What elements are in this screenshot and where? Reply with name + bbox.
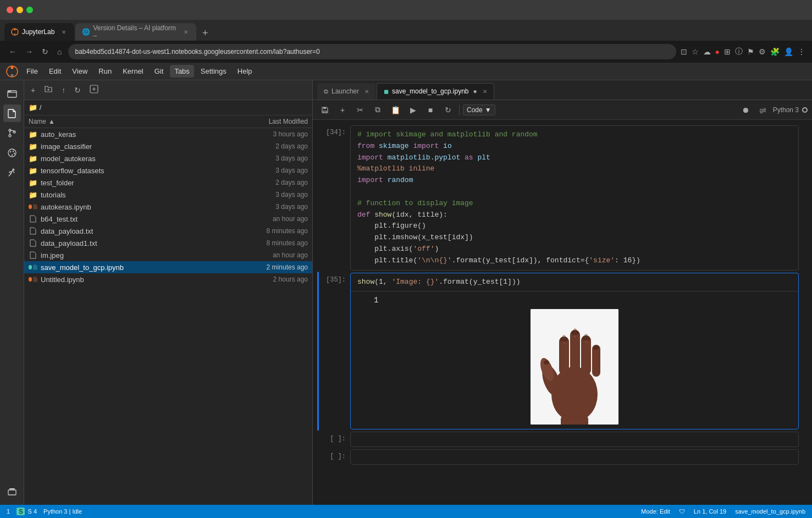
notebook-orange-icon	[29, 202, 37, 211]
menu-kernel[interactable]: Kernel	[118, 65, 148, 78]
file-icon	[29, 251, 37, 260]
cell-34-input[interactable]: # import skimage and matplotlib and rand…	[350, 125, 799, 271]
fb-item-name: tutorials	[41, 191, 236, 199]
ext5-icon[interactable]: ⚑	[747, 47, 754, 56]
browser-tab-1-close[interactable]: ✕	[60, 28, 68, 36]
ext7-icon[interactable]: 🧩	[770, 47, 780, 56]
fb-item-b64[interactable]: b64_test.txt an hour ago	[24, 213, 312, 225]
profile-icon[interactable]: 👤	[784, 47, 793, 56]
browser-tab-2-close[interactable]: ✕	[182, 28, 190, 36]
svg-rect-18	[323, 111, 327, 113]
menu-view[interactable]: View	[68, 65, 92, 78]
home-button[interactable]: ⌂	[55, 45, 64, 58]
status-number: 1	[7, 508, 10, 515]
ext2-icon[interactable]: ●	[715, 47, 720, 56]
reload-button[interactable]: ↻	[40, 45, 51, 58]
sidebar-icon-folder[interactable]	[3, 85, 21, 102]
fb-new-file[interactable]: +	[29, 84, 37, 97]
cut-tool[interactable]: ✂	[352, 103, 368, 117]
sidebar-icon-files[interactable]	[3, 104, 21, 122]
cell-34-code[interactable]: # import skimage and matplotlib and rand…	[351, 126, 798, 270]
nb-tab-notebook[interactable]: ◼ save_model_to_gcp.ipynb ● ✕	[377, 83, 494, 100]
forward-button[interactable]: →	[23, 45, 35, 58]
maximize-button[interactable]	[26, 7, 33, 13]
close-button[interactable]	[7, 7, 13, 13]
fb-item-image-classifier[interactable]: 📁 image_classifier 2 days ago	[24, 140, 312, 152]
fb-header: Name ▲ Last Modified	[24, 115, 312, 128]
sidebar-icon-palette[interactable]	[3, 144, 21, 162]
fb-item-test-folder[interactable]: 📁 test_folder 2 days ago	[24, 177, 312, 189]
cell-35-input[interactable]: show(1, 'Image: {}'.format(y_test[1])) 1	[350, 273, 799, 430]
folder-icon: 📁	[29, 178, 37, 187]
menu-icon[interactable]: ⋮	[798, 47, 805, 56]
fb-item-model-autokeras[interactable]: 📁 model_autokeras 3 days ago	[24, 152, 312, 164]
nb-tab-notebook-label: save_model_to_gcp.ipynb	[392, 87, 468, 95]
svg-point-4	[11, 66, 14, 69]
fb-item-auto-keras[interactable]: 📁 auto_keras 3 hours ago	[24, 128, 312, 140]
bookmark-icon[interactable]: ☆	[692, 47, 699, 56]
fb-git-browse[interactable]	[87, 82, 101, 97]
fb-item-tutorials[interactable]: 📁 tutorials 3 days ago	[24, 189, 312, 201]
add-cell-tool[interactable]: +	[335, 103, 350, 117]
fb-item-tensorflow[interactable]: 📁 tensorflow_datasets 3 days ago	[24, 164, 312, 177]
ext4-icon[interactable]: ⓘ	[735, 47, 743, 57]
menu-settings[interactable]: Settings	[196, 65, 231, 78]
fb-item-modified: 3 days ago	[236, 155, 308, 162]
menu-git[interactable]: Git	[150, 65, 168, 78]
fb-item-modified: 2 minutes ago	[236, 263, 308, 271]
svg-point-12	[12, 151, 13, 152]
fb-item-name: model_autokeras	[41, 155, 236, 163]
nb-content: [34]: # import skimage and matplotlib an…	[313, 120, 812, 505]
monitor-icon[interactable]: ⊡	[681, 47, 687, 56]
ext1-icon[interactable]: ☁	[703, 47, 711, 56]
git-tool[interactable]: git	[755, 103, 771, 117]
menu-edit[interactable]: Edit	[45, 65, 65, 78]
fb-new-folder[interactable]	[42, 82, 55, 97]
menu-tabs[interactable]: Tabs	[170, 65, 194, 78]
sidebar-icon-layers[interactable]	[3, 483, 21, 500]
cell-empty-2-input[interactable]	[350, 449, 799, 465]
nb-tab-notebook-close[interactable]: ✕	[483, 89, 487, 95]
browser-tab-1[interactable]: JupyterLab ✕	[4, 23, 74, 41]
code-line: import matplotlib.pyplot as plt	[357, 152, 792, 164]
fb-item-save-model[interactable]: save_model_to_gcp.ipynb 2 minutes ago	[24, 261, 312, 273]
cell-35-wrapper: [35]: show(1, 'Image: {}'.format(y_test[…	[313, 272, 812, 431]
nb-tab-launcher-close[interactable]: ✕	[364, 89, 369, 95]
sidebar-icon-tools[interactable]	[3, 164, 21, 181]
fb-item-data-payload1[interactable]: data_payload1.txt 8 minutes ago	[24, 237, 312, 249]
back-button[interactable]: ←	[7, 45, 19, 58]
cell-empty-1-wrapper: [ ]:	[313, 431, 812, 448]
new-tab-button[interactable]: +	[197, 25, 213, 41]
fb-item-autokeras[interactable]: autokeras.ipynb 3 days ago	[24, 201, 312, 213]
fb-item-name: data_payload.txt	[41, 227, 236, 235]
fb-item-im[interactable]: im.jpeg an hour ago	[24, 249, 312, 261]
record-tool[interactable]: ⏺	[738, 103, 753, 117]
save-tool[interactable]	[317, 103, 333, 117]
sidebar-icon-git[interactable]	[3, 124, 21, 142]
minimize-button[interactable]	[16, 7, 23, 13]
fb-item-untitled[interactable]: Untitled.ipynb 2 hours ago	[24, 273, 312, 285]
cell-type-selector[interactable]: Code ▼	[463, 104, 495, 115]
cell-35-code[interactable]: show(1, 'Image: {}'.format(y_test[1]))	[351, 273, 798, 291]
launcher-icon: ⧉	[324, 88, 328, 95]
interrupt-tool[interactable]: ■	[423, 103, 438, 117]
cell-empty-1-input[interactable]	[350, 432, 799, 447]
menu-run[interactable]: Run	[94, 65, 116, 78]
url-bar[interactable]: bab4ebd5cd14874-dot-us-west1.notebooks.g…	[68, 44, 676, 59]
fb-item-data-payload[interactable]: data_payload.txt 8 minutes ago	[24, 225, 312, 237]
ext6-icon[interactable]: ⚙	[759, 47, 766, 56]
paste-tool[interactable]: 📋	[388, 103, 403, 117]
copy-tool[interactable]: ⧉	[370, 103, 385, 117]
fb-upload[interactable]: ↑	[59, 84, 68, 97]
fb-header-name[interactable]: Name ▲	[29, 118, 236, 125]
menu-help[interactable]: Help	[233, 65, 257, 78]
run-tool[interactable]: ▶	[405, 103, 421, 117]
cell-empty-2-wrapper: [ ]:	[313, 448, 812, 466]
fb-refresh[interactable]: ↻	[72, 84, 83, 97]
fb-item-modified: 3 days ago	[236, 191, 308, 199]
browser-tab-2[interactable]: 🌐 Version Details – AI platform – ✕	[75, 23, 196, 41]
menu-file[interactable]: File	[22, 65, 42, 78]
restart-tool[interactable]: ↻	[440, 103, 456, 117]
ext3-icon[interactable]: ⊞	[724, 47, 731, 56]
nb-tab-launcher[interactable]: ⧉ Launcher ✕	[317, 83, 375, 100]
